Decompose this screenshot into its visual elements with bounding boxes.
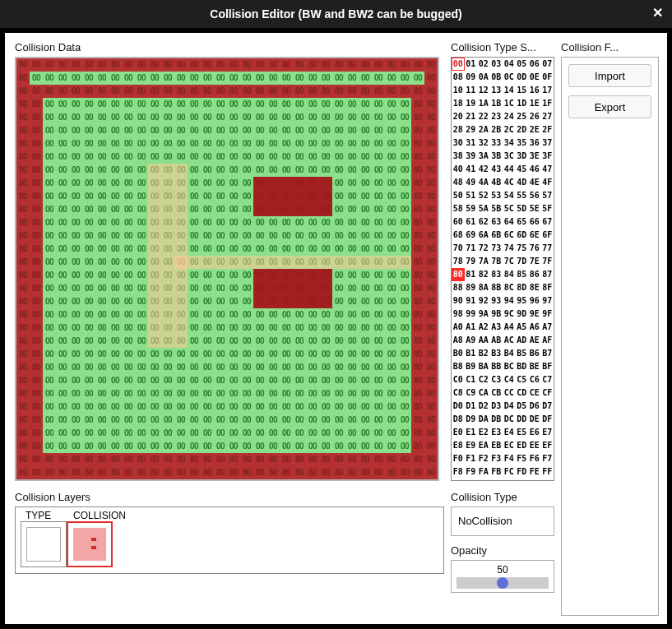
grid-cell[interactable]: 00 xyxy=(148,190,161,203)
type-cell-3E[interactable]: 3E xyxy=(528,150,541,163)
grid-cell[interactable]: 00 xyxy=(280,414,293,427)
grid-cell[interactable]: 80 xyxy=(411,335,424,348)
grid-cell[interactable]: 00 xyxy=(306,72,319,85)
type-cell-97[interactable]: 97 xyxy=(541,294,554,308)
grid-cell[interactable]: 00 xyxy=(201,295,214,308)
type-cell-81[interactable]: 81 xyxy=(465,268,478,281)
grid-cell[interactable]: 80 xyxy=(280,282,293,295)
grid-cell[interactable]: 00 xyxy=(43,216,56,229)
import-button[interactable]: Import xyxy=(568,64,651,87)
type-cell-BC[interactable]: BC xyxy=(503,360,516,373)
grid-cell[interactable]: 80 xyxy=(280,203,293,216)
grid-cell[interactable]: 00 xyxy=(319,321,332,335)
type-cell-E4[interactable]: E4 xyxy=(503,426,516,439)
type-cell-92[interactable]: 92 xyxy=(477,294,490,308)
grid-cell[interactable]: 00 xyxy=(398,243,411,256)
grid-cell[interactable]: 00 xyxy=(122,111,135,124)
grid-cell[interactable]: 00 xyxy=(227,361,240,374)
type-cell-79[interactable]: 79 xyxy=(465,255,478,268)
grid-cell[interactable]: 00 xyxy=(148,308,161,321)
type-cell-C1[interactable]: C1 xyxy=(465,373,478,386)
grid-cell[interactable]: 00 xyxy=(345,137,359,150)
type-cell-77[interactable]: 77 xyxy=(541,242,554,255)
grid-cell[interactable]: 80 xyxy=(174,58,188,72)
grid-cell[interactable]: 00 xyxy=(280,440,293,453)
grid-cell[interactable]: 80 xyxy=(306,190,319,203)
opacity-slider[interactable] xyxy=(456,577,549,589)
grid-cell[interactable]: 00 xyxy=(161,203,174,216)
grid-cell[interactable]: 00 xyxy=(227,203,240,216)
grid-cell[interactable]: 80 xyxy=(385,466,398,479)
grid-cell[interactable]: 00 xyxy=(69,308,82,321)
grid-cell[interactable]: 00 xyxy=(135,124,148,137)
grid-cell[interactable]: 00 xyxy=(82,124,95,137)
grid-cell[interactable]: 00 xyxy=(332,203,345,216)
grid-cell[interactable]: 00 xyxy=(280,256,293,269)
type-cell-B3[interactable]: B3 xyxy=(490,347,503,360)
grid-cell[interactable]: 00 xyxy=(332,414,345,427)
grid-cell[interactable]: 00 xyxy=(201,348,214,361)
grid-cell[interactable]: 00 xyxy=(227,243,240,256)
type-cell-3F[interactable]: 3F xyxy=(541,150,554,163)
type-cell-4B[interactable]: 4B xyxy=(490,176,503,189)
grid-cell[interactable]: 80 xyxy=(253,58,266,72)
grid-cell[interactable]: 00 xyxy=(174,295,188,308)
grid-cell[interactable]: 00 xyxy=(266,243,280,256)
grid-cell[interactable]: 80 xyxy=(306,282,319,295)
grid-cell[interactable]: 00 xyxy=(69,124,82,137)
grid-cell[interactable]: 00 xyxy=(201,414,214,427)
grid-cell[interactable]: 00 xyxy=(266,72,280,85)
grid-cell[interactable]: 00 xyxy=(214,111,227,124)
grid-cell[interactable]: 00 xyxy=(43,308,56,321)
grid-cell[interactable]: 00 xyxy=(240,308,253,321)
type-cell-E7[interactable]: E7 xyxy=(541,426,554,439)
grid-cell[interactable]: 00 xyxy=(411,72,424,85)
grid-cell[interactable]: 80 xyxy=(411,427,424,440)
grid-cell[interactable]: 00 xyxy=(43,137,56,150)
grid-cell[interactable]: 00 xyxy=(359,295,372,308)
grid-cell[interactable]: 80 xyxy=(240,85,253,98)
grid-cell[interactable]: 00 xyxy=(280,374,293,387)
type-cell-CF[interactable]: CF xyxy=(541,386,554,400)
grid-cell[interactable]: 00 xyxy=(122,335,135,348)
grid-cell[interactable]: 80 xyxy=(424,111,438,124)
type-cell-B5[interactable]: B5 xyxy=(516,347,529,360)
grid-cell[interactable]: 00 xyxy=(345,124,359,137)
grid-cell[interactable]: 80 xyxy=(16,216,30,229)
grid-cell[interactable]: 00 xyxy=(227,414,240,427)
grid-cell[interactable]: 00 xyxy=(56,414,69,427)
type-cell-DD[interactable]: DD xyxy=(516,413,529,426)
grid-cell[interactable]: 80 xyxy=(306,466,319,479)
grid-cell[interactable]: 00 xyxy=(293,387,306,400)
type-cell-1F[interactable]: 1F xyxy=(541,97,554,110)
grid-cell[interactable]: 00 xyxy=(266,440,280,453)
grid-cell[interactable]: 00 xyxy=(385,269,398,282)
grid-cell[interactable]: 00 xyxy=(372,256,385,269)
grid-cell[interactable]: 00 xyxy=(345,190,359,203)
grid-cell[interactable]: 00 xyxy=(398,427,411,440)
grid-cell[interactable]: 00 xyxy=(319,374,332,387)
type-cell-A9[interactable]: A9 xyxy=(465,334,478,347)
grid-cell[interactable]: 80 xyxy=(30,282,43,295)
grid-cell[interactable]: 00 xyxy=(332,269,345,282)
grid-cell[interactable]: 00 xyxy=(253,400,266,414)
grid-cell[interactable]: 00 xyxy=(161,150,174,164)
type-cell-C5[interactable]: C5 xyxy=(516,373,529,386)
type-cell-24[interactable]: 24 xyxy=(503,110,516,123)
grid-cell[interactable]: 00 xyxy=(306,124,319,137)
grid-cell[interactable]: 80 xyxy=(161,453,174,466)
grid-cell[interactable]: 00 xyxy=(319,440,332,453)
grid-cell[interactable]: 00 xyxy=(109,361,122,374)
grid-cell[interactable]: 80 xyxy=(240,466,253,479)
grid-cell[interactable]: 00 xyxy=(82,295,95,308)
grid-cell[interactable]: 00 xyxy=(122,374,135,387)
grid-cell[interactable]: 80 xyxy=(16,229,30,243)
grid-cell[interactable]: 00 xyxy=(82,229,95,243)
grid-cell[interactable]: 00 xyxy=(385,321,398,335)
grid-cell[interactable]: 00 xyxy=(69,335,82,348)
grid-cell[interactable]: 00 xyxy=(43,400,56,414)
grid-cell[interactable]: 00 xyxy=(227,440,240,453)
grid-cell[interactable]: 00 xyxy=(240,190,253,203)
grid-cell[interactable]: 00 xyxy=(385,256,398,269)
type-cell-7D[interactable]: 7D xyxy=(516,255,529,268)
